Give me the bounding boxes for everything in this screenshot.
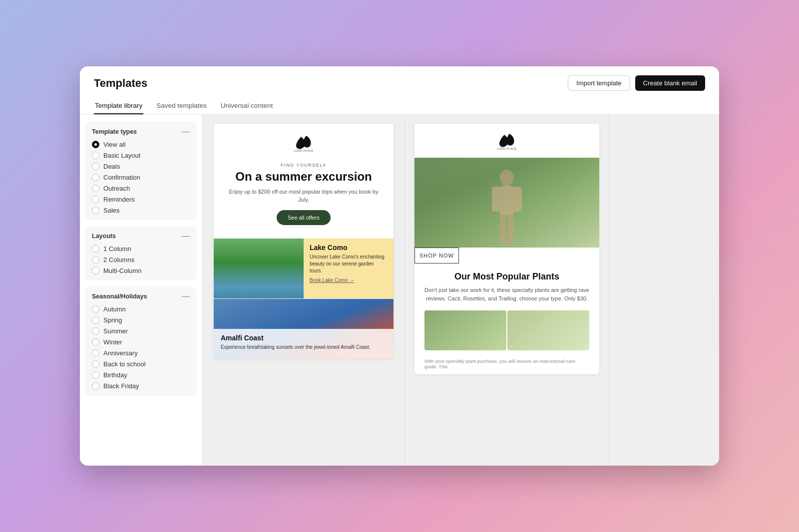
- radio-reminders-label: Reminders: [103, 196, 135, 203]
- template-types-title: Template types: [92, 128, 137, 135]
- email-logo-area: LOGO PLACE: [214, 124, 394, 159]
- plants-footer-text: With your specialty plant purchase, you …: [414, 355, 599, 374]
- template-column-1: LOGO PLACE FIND YOURSELF On a summer exc…: [202, 115, 405, 466]
- tab-saved-templates[interactable]: Saved templates: [155, 98, 208, 114]
- radio-1-column[interactable]: 1 Column: [92, 245, 190, 253]
- seasonal-title: Seasonal/Holidays: [92, 293, 147, 300]
- page-title: Templates: [94, 77, 147, 90]
- svg-rect-7: [508, 215, 514, 245]
- radio-outreach[interactable]: Outreach: [92, 185, 190, 192]
- radio-basic-layout[interactable]: Basic Layout: [92, 152, 190, 159]
- radio-back-to-school-circle: [92, 360, 99, 368]
- travel-subtitle: Enjoy up to $200 off our most popular tr…: [226, 188, 382, 204]
- amalfi-overlay: Amalfi Coast Experience breathtaking sun…: [214, 329, 394, 359]
- radio-deals-circle: [92, 163, 99, 170]
- create-blank-email-button[interactable]: Create blank email: [635, 75, 705, 91]
- radio-anniversary[interactable]: Anniversary: [92, 349, 190, 357]
- radio-summer[interactable]: Summer: [92, 327, 190, 335]
- radio-basic-layout-circle: [92, 152, 99, 159]
- radio-confirmation[interactable]: Confirmation: [92, 174, 190, 181]
- radio-black-friday-circle: [92, 382, 99, 390]
- lake-como-link[interactable]: Book Lake Como →: [310, 277, 388, 283]
- radio-outreach-label: Outreach: [103, 185, 130, 192]
- destination-cards: Lake Como Uncover Lake Como's enchanting…: [214, 238, 394, 359]
- radio-reminders[interactable]: Reminders: [92, 196, 190, 203]
- radio-2-columns[interactable]: 2 Columns: [92, 256, 190, 264]
- seasonal-header: Seasonal/Holidays —: [92, 292, 190, 300]
- svg-rect-5: [513, 187, 522, 212]
- radio-winter-label: Winter: [103, 338, 122, 346]
- lake-como-title: Lake Como: [310, 244, 388, 252]
- lake-como-overlay: Lake Como Uncover Lake Como's enchanting…: [304, 239, 394, 298]
- radio-deals[interactable]: Deals: [92, 163, 190, 170]
- amalfi-desc: Experience breathtaking sunsets over the…: [221, 344, 387, 351]
- svg-rect-3: [500, 186, 514, 216]
- layouts-title: Layouts: [92, 233, 116, 240]
- radio-sales-label: Sales: [103, 207, 120, 214]
- amalfi-card: Amalfi Coast Experience breathtaking sun…: [214, 298, 394, 359]
- radio-summer-circle: [92, 327, 99, 335]
- template-types-collapse-button[interactable]: —: [182, 128, 190, 136]
- radio-sales-circle: [92, 207, 99, 214]
- layouts-collapse-button[interactable]: —: [182, 232, 190, 240]
- tabs: Template library Saved templates Univers…: [94, 98, 705, 114]
- radio-sales[interactable]: Sales: [92, 207, 190, 214]
- radio-deals-label: Deals: [103, 163, 120, 170]
- amalfi-title: Amalfi Coast: [221, 334, 387, 342]
- plants-email-card[interactable]: LOGO PLACE: [414, 124, 599, 374]
- person-silhouette: [487, 168, 527, 248]
- email-hero-text: FIND YOURSELF On a summer excursion Enjo…: [214, 159, 394, 238]
- plant-image-2: [507, 310, 589, 350]
- radio-black-friday[interactable]: Black Friday: [92, 382, 190, 390]
- radio-basic-layout-label: Basic Layout: [103, 152, 140, 159]
- radio-spring-label: Spring: [103, 316, 122, 324]
- plants-logo-area: LOGO PLACE: [414, 124, 599, 158]
- radio-birthday[interactable]: Birthday: [92, 371, 190, 379]
- logo-icon: LOGO PLACE: [291, 133, 316, 153]
- find-yourself-label: FIND YOURSELF: [226, 163, 382, 168]
- radio-anniversary-circle: [92, 349, 99, 357]
- radio-back-to-school-label: Back to school: [103, 360, 146, 368]
- template-types-header: Template types —: [92, 128, 190, 136]
- lake-como-card: Lake Como Uncover Lake Como's enchanting…: [214, 238, 394, 298]
- radio-winter-circle: [92, 338, 99, 346]
- radio-spring-circle: [92, 316, 99, 324]
- radio-autumn-circle: [92, 305, 99, 313]
- radio-reminders-circle: [92, 196, 99, 203]
- radio-back-to-school[interactable]: Back to school: [92, 360, 190, 368]
- radio-view-all[interactable]: View all: [92, 141, 190, 148]
- radio-autumn-label: Autumn: [103, 305, 126, 313]
- svg-rect-4: [492, 187, 501, 212]
- travel-email-card[interactable]: LOGO PLACE FIND YOURSELF On a summer exc…: [214, 124, 394, 359]
- svg-rect-6: [500, 215, 506, 245]
- plants-logo-icon: LOGO PLACE: [494, 131, 519, 151]
- lake-como-desc: Uncover Lake Como's enchanting beauty on…: [310, 254, 388, 274]
- header: Templates Import template Create blank e…: [80, 66, 719, 115]
- sidebar: Template types — View all Basic Layout D…: [80, 115, 202, 466]
- header-top: Templates Import template Create blank e…: [94, 75, 705, 91]
- radio-summer-label: Summer: [103, 327, 128, 335]
- layouts-section: Layouts — 1 Column 2 Columns Multi-Colum…: [85, 226, 197, 280]
- radio-birthday-circle: [92, 371, 99, 379]
- radio-winter[interactable]: Winter: [92, 338, 190, 346]
- radio-black-friday-label: Black Friday: [103, 382, 139, 390]
- radio-2-columns-circle: [92, 256, 99, 264]
- radio-autumn[interactable]: Autumn: [92, 305, 190, 313]
- header-actions: Import template Create blank email: [568, 75, 705, 91]
- plants-hero-image: [414, 158, 599, 248]
- svg-point-2: [500, 170, 514, 186]
- plants-info: Our Most Popular Plants Don't just take …: [414, 264, 599, 310]
- see-all-offers-button[interactable]: See all offers: [277, 210, 331, 225]
- lake-como-image: [214, 239, 304, 298]
- radio-multi-column[interactable]: Multi-Column: [92, 267, 190, 274]
- seasonal-section: Seasonal/Holidays — Autumn Spring Summer: [85, 286, 197, 396]
- radio-spring[interactable]: Spring: [92, 316, 190, 324]
- tab-universal-content[interactable]: Universal content: [220, 98, 274, 114]
- tab-template-library[interactable]: Template library: [94, 98, 143, 114]
- layouts-header: Layouts —: [92, 232, 190, 240]
- radio-2-columns-label: 2 Columns: [103, 256, 134, 264]
- plant-image-1: [424, 310, 506, 350]
- shop-now-button[interactable]: SHOP NOW: [414, 248, 459, 264]
- seasonal-collapse-button[interactable]: —: [182, 292, 190, 300]
- import-template-button[interactable]: Import template: [568, 75, 630, 91]
